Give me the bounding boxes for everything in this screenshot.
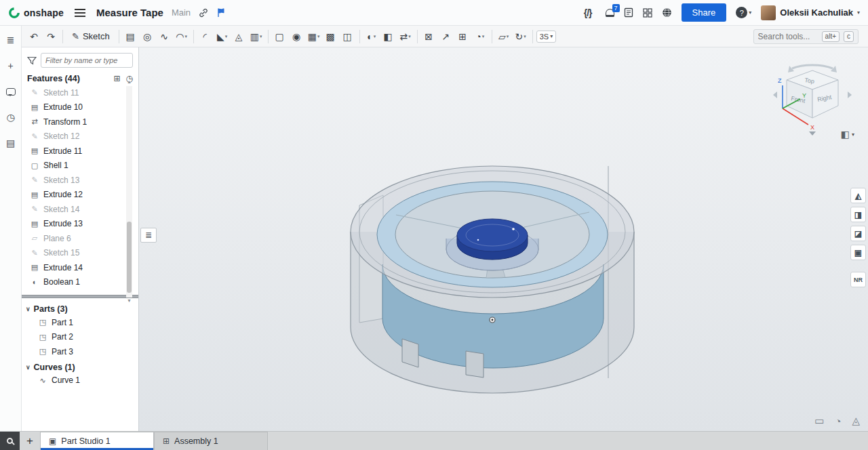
curve-icon: ∿ xyxy=(38,376,47,385)
onshape-logo[interactable]: onshape xyxy=(8,7,64,19)
rotate-left-icon[interactable] xyxy=(788,66,794,73)
tab-part-studio[interactable]: ▣ Part Studio 1 xyxy=(40,432,154,450)
mass-properties-icon[interactable]: ◬ xyxy=(852,415,860,427)
sketch-button[interactable]: ✎ Sketch xyxy=(66,29,115,43)
display-states-icon[interactable]: ◨ xyxy=(850,207,866,222)
feature-item[interactable]: ▤Extrude 14 xyxy=(22,260,138,275)
feature-item[interactable]: ✎Sketch 11 xyxy=(22,85,138,100)
search-tools[interactable]: alt+ c xyxy=(753,29,859,44)
feature-item[interactable]: ▢Shell 1 xyxy=(22,159,138,173)
workspace-label[interactable]: Main xyxy=(172,7,191,18)
feature-item[interactable]: ✎Sketch 15 xyxy=(22,246,138,261)
redo-button[interactable]: ↷ xyxy=(43,28,59,45)
render-quality-icon[interactable]: ◭ xyxy=(850,188,866,203)
linear-pattern-icon[interactable]: ▦▾ xyxy=(306,28,322,45)
extrude-icon[interactable]: ▤ xyxy=(123,28,139,45)
draft-icon[interactable]: ◬ xyxy=(231,28,248,45)
featurescript-icon[interactable]: {/} xyxy=(580,4,596,22)
appearance-icon[interactable]: ▣ xyxy=(850,245,866,260)
rotate-right-icon[interactable] xyxy=(831,66,837,73)
feature-list-scrollbar[interactable] xyxy=(126,86,132,298)
feature-item[interactable]: ▤Extrude 12 xyxy=(22,188,138,203)
plane-icon[interactable]: ▱▾ xyxy=(496,28,512,45)
toolbar-divider xyxy=(532,30,533,43)
section-view-icon[interactable]: ◪ xyxy=(850,226,866,241)
feature-item[interactable]: ▤Extrude 11 xyxy=(22,144,138,159)
feature-item[interactable]: ▤Extrude 13 xyxy=(22,217,138,232)
offset-surface-icon[interactable]: ⊞ xyxy=(455,28,471,45)
feature-item[interactable]: ✎Sketch 13 xyxy=(22,173,138,188)
loft-icon[interactable]: ◠▾ xyxy=(174,28,190,45)
chamfer-icon[interactable]: ◣▾ xyxy=(214,28,231,45)
create-folder-icon[interactable]: ⊞ xyxy=(113,74,120,83)
tab-assembly[interactable]: ⊞ Assembly 1 xyxy=(154,432,268,450)
link-icon[interactable] xyxy=(199,8,208,18)
wrap-icon[interactable]: ◔▾ xyxy=(472,28,488,45)
feature-item[interactable]: ✎Sketch 14 xyxy=(22,202,138,217)
custom-panel-icon[interactable]: NR xyxy=(850,272,866,287)
part-item[interactable]: ◳Part 3 xyxy=(22,344,138,359)
hide-viewcube-icon[interactable] xyxy=(809,131,816,136)
curves-section-header[interactable]: ∨ Curves (1) xyxy=(22,359,138,373)
hamburger-menu-icon[interactable] xyxy=(75,12,85,14)
search-tabs-button[interactable] xyxy=(0,432,20,450)
part-item[interactable]: ◳Part 1 xyxy=(22,315,138,330)
parts-section-header[interactable]: ∨ Parts (3) xyxy=(22,301,138,315)
panel-flyout-button[interactable]: ≣ xyxy=(140,228,157,243)
filter-input[interactable] xyxy=(41,53,133,68)
part-item[interactable]: ◳Part 2 xyxy=(22,330,138,345)
model-canvas[interactable] xyxy=(139,47,868,431)
scroll-up-icon[interactable]: ▲ xyxy=(126,79,132,85)
user-menu[interactable]: Oleksii Kachuliak ▾ xyxy=(761,5,860,20)
mirror-icon[interactable]: ◫ xyxy=(340,28,356,45)
journal-icon[interactable] xyxy=(624,7,633,18)
feature-item[interactable]: ▱Plane 6 xyxy=(22,231,138,246)
feature-item[interactable]: ▤Extrude 10 xyxy=(22,100,138,115)
feature-item[interactable]: ◐Boolean 1 xyxy=(22,275,138,290)
rib-icon[interactable]: ▥▾ xyxy=(248,28,264,45)
history-icon[interactable]: ◷ xyxy=(3,110,19,125)
feature-list-panel-icon[interactable]: ≣ xyxy=(3,33,19,47)
feature-item[interactable]: ✎Sketch 12 xyxy=(22,129,138,144)
curve-item[interactable]: ∿Curve 1 xyxy=(22,373,138,388)
add-tab-button[interactable]: + xyxy=(20,432,40,450)
notes-icon[interactable]: ▤ xyxy=(3,136,19,150)
transform-icon: ⇄ xyxy=(30,117,39,126)
apps-grid-icon[interactable] xyxy=(643,8,652,18)
undo-button[interactable]: ↶ xyxy=(26,28,42,45)
split-icon[interactable]: ◧ xyxy=(380,28,397,45)
help-menu[interactable]: ? ▾ xyxy=(736,7,751,18)
search-tools-input[interactable] xyxy=(758,32,818,41)
rollback-bar[interactable] xyxy=(22,295,138,298)
feature-item[interactable]: ⇄Transform 1 xyxy=(22,115,138,129)
transform-icon[interactable]: ⇄▾ xyxy=(397,28,414,45)
chevron-down-icon: ∨ xyxy=(26,306,31,312)
move-face-icon[interactable]: ↗ xyxy=(438,28,454,45)
helix-icon[interactable]: ↻▾ xyxy=(513,28,529,45)
fillet-icon[interactable]: ◜ xyxy=(197,28,214,45)
revolve-icon[interactable]: ◎ xyxy=(140,28,156,45)
pan-left-icon[interactable] xyxy=(773,91,777,98)
performance-icon[interactable]: ◔ xyxy=(835,415,841,427)
notifications-button[interactable]: 7 xyxy=(606,9,614,17)
scroll-down-icon[interactable]: ▼ xyxy=(126,298,132,304)
comment-icon[interactable] xyxy=(3,84,19,99)
scrollbar-thumb[interactable] xyxy=(127,222,132,293)
earth-icon[interactable] xyxy=(662,7,672,18)
measure-icon[interactable]: ▭ xyxy=(814,415,824,427)
graphics-viewport[interactable]: Top Front Right Z X Y ◧ ▾ ◭ ◨ ◪ ▣ NR ▭ ◔ xyxy=(139,47,868,431)
pan-right-icon[interactable] xyxy=(848,91,852,98)
cap-top[interactable] xyxy=(457,219,528,251)
share-button[interactable]: Share xyxy=(682,3,727,22)
sweep-icon[interactable]: ∿ xyxy=(157,28,173,45)
circular-pattern-icon[interactable]: ▩ xyxy=(323,28,339,45)
boolean-icon[interactable]: ◐▾ xyxy=(363,28,380,45)
view-options-menu[interactable]: ◧ ▾ xyxy=(841,129,854,140)
hole-icon[interactable]: ◉ xyxy=(289,28,305,45)
shell-icon[interactable]: ▢ xyxy=(272,28,288,45)
custom-features-menu[interactable]: 3S ▾ xyxy=(536,30,556,43)
delete-face-icon[interactable]: ⊠ xyxy=(421,28,437,45)
flag-icon[interactable] xyxy=(216,7,226,18)
insert-icon[interactable]: + xyxy=(3,58,19,73)
view-cube[interactable]: Top Front Right Z X Y xyxy=(772,60,853,138)
